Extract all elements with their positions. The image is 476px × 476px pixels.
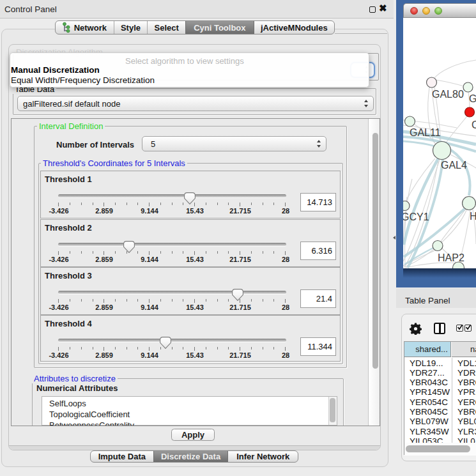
svg-text:GAL80: GAL80 <box>432 89 464 100</box>
svg-text:H: H <box>470 211 476 222</box>
svg-text:GAL4: GAL4 <box>441 160 467 171</box>
svg-text:GAL11: GAL11 <box>410 127 441 138</box>
svg-text:HAP2: HAP2 <box>438 252 464 263</box>
svg-text:GCY1: GCY1 <box>403 211 429 222</box>
svg-text:GA: GA <box>469 93 476 104</box>
svg-text:C: C <box>472 119 476 130</box>
